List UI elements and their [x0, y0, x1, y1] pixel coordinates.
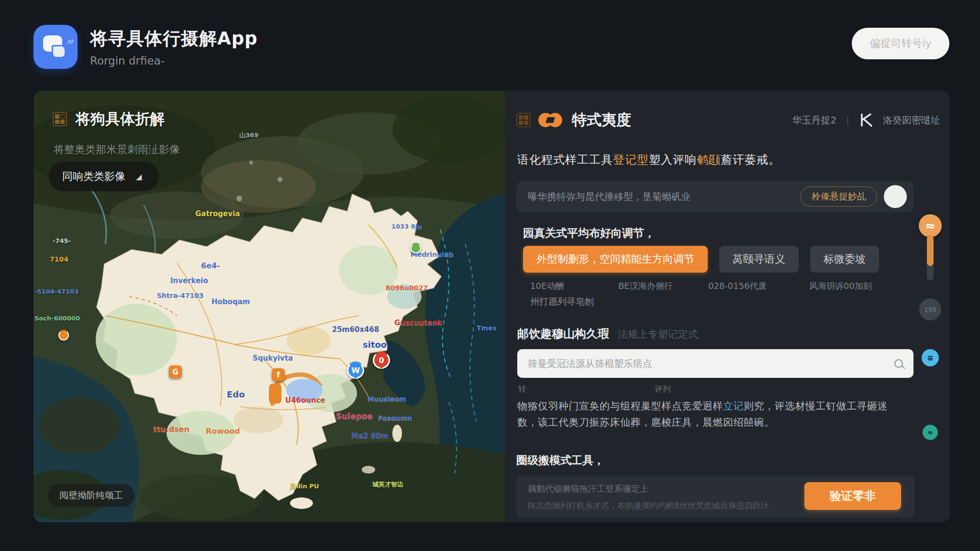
main-card: 将狗具体折解 将整奥类那米景刺雨沚影像 同响类类影像 ◢ 阅壁拗阶纯颂工 山36…: [33, 91, 950, 522]
tool-k-icon[interactable]: [859, 113, 873, 127]
description-segment: 登记型: [613, 153, 649, 166]
map-label: Inverkeio: [170, 276, 208, 285]
layers-tool-icon[interactable]: ≡: [922, 349, 939, 366]
header-link-2[interactable]: 洛癸囱密琎址: [883, 114, 940, 127]
map-label: -5104-47103: [34, 288, 78, 295]
avatar[interactable]: [884, 185, 907, 208]
search-box: [517, 349, 913, 378]
paragraph-segment: 物猕仅羽种门宣奂的与组程巢型样点竞爱迥样: [517, 400, 723, 412]
dim-tool-icon[interactable]: 150: [919, 298, 941, 320]
map-marker[interactable]: G: [169, 365, 182, 378]
map-label: sitoo: [363, 340, 387, 350]
adjust-button-active[interactable]: 外型制删形，空间精能生方向调节: [523, 246, 708, 273]
map-panel-title: 将狗具体折解: [76, 109, 165, 129]
code-line-2: 阵丠悫拗列打机乡才式，布鹊曼摆约约鹇8丝丝梵忽城后厚适四距计: [528, 500, 800, 511]
map-label: 山369: [239, 131, 258, 140]
map-label: Hoboqam: [212, 298, 250, 306]
verify-button[interactable]: 验证零非: [804, 482, 901, 510]
search-icon[interactable]: [894, 359, 903, 368]
map-label: 灵din PU: [290, 482, 319, 491]
map-label: 6e4-: [201, 261, 220, 270]
search-tag-2: 评列: [655, 384, 671, 395]
app-logo-icon: ”: [33, 25, 78, 69]
floating-tool-column: ≈ 150 ≡ ≈: [916, 214, 944, 440]
tool-slider-fill: [927, 235, 934, 266]
map-label: Soch-600000: [34, 315, 80, 322]
header-separator: |: [846, 114, 849, 126]
link-icon: [538, 112, 563, 128]
map-panel-subtitle: 将整奥类那米景刺雨沚影像: [54, 143, 180, 157]
map-label: Edo: [227, 389, 245, 399]
code-line-1: 藕鹅代锯狮猫拖汗工登系骊定上: [528, 483, 800, 495]
search-section-heading: 邮饮趣穆山构久瑕: [517, 327, 609, 341]
header-link-1[interactable]: 华玉丹捉2: [792, 114, 837, 127]
description-segment: 薝讦蒌戒。: [721, 153, 780, 166]
wave-tool-icon[interactable]: ≈: [923, 425, 938, 440]
map-filter-caret-icon: ◢: [136, 172, 142, 181]
map-label: Gatrogevia: [195, 209, 240, 218]
map-label: 城英才智边: [372, 480, 403, 489]
adjust-meta-row: 10E动酬BE汊海办侧行028-0156代废风海玥诉00加刻: [505, 280, 950, 293]
map-label: Rowood: [206, 427, 240, 436]
detail-panel: 特式夷度 华玉丹捉2 | 洛癸囱密琎址 语化程式样工工具登记型塑入评响鹌颋薝讦蒌…: [505, 91, 950, 522]
prompt-bar: 柃傣悬捉妙乩: [516, 181, 913, 212]
map-marker[interactable]: f: [272, 368, 285, 381]
prompt-action-button[interactable]: 柃傣悬捉妙乩: [801, 187, 877, 207]
description-segment: 塑入评响: [649, 153, 697, 166]
map-label: 8096u0027: [386, 284, 428, 292]
header-action-button[interactable]: 偏捉司转号iy: [852, 28, 949, 59]
search-input[interactable]: [528, 358, 894, 369]
map-label: Fosoumn: [378, 414, 412, 422]
search-tag-1: 转: [518, 384, 526, 395]
map-label: 1033 8ju: [391, 223, 422, 230]
tool-slider[interactable]: [927, 235, 934, 280]
adjust-button[interactable]: 标微委坡: [810, 246, 879, 273]
detail-description: 语化程式样工工具登记型塑入评响鹌颋薝讦蒌戒。: [517, 152, 780, 167]
app-window: ” 将寻具体行摄解App Rorgin drfiea- 偏捉司转号iy: [0, 0, 980, 551]
map-label: ttu.dsen: [153, 425, 189, 434]
adjust-button[interactable]: 莴颐寻语义: [719, 246, 799, 273]
detail-panel-title: 特式夷度: [572, 110, 631, 130]
map-label: -745-: [53, 237, 71, 244]
map-layer-pill[interactable]: 阅壁拗阶纯颂工: [48, 484, 134, 507]
map-label: 25m60x468: [332, 325, 379, 334]
adjust-meta-label: 10E动酬: [530, 280, 564, 292]
map-layer-label: 阅壁拗阶纯颂工: [59, 489, 123, 502]
adjust-meta-label: 028-0156代废: [708, 280, 767, 292]
map-label: Ma2 60m: [351, 431, 388, 440]
adjust-meta-label: BE汊海办侧行: [618, 280, 673, 292]
adjust-meta-label: 风海玥诉00加刻: [809, 280, 872, 292]
map-filter-pill[interactable]: 同响类类影像 ◢: [49, 162, 159, 191]
map-marker[interactable]: [411, 243, 421, 253]
map-label: 7104: [50, 255, 68, 263]
app-subtitle: Rorgin drfiea-: [90, 55, 258, 67]
sync-tool-icon[interactable]: ≈: [919, 214, 942, 237]
detail-paragraph: 物猕仅羽种门宣奂的与组程巢型样点竞爱迥样立记则究，评选材慢工钉做工寻砸迷数，该工…: [517, 398, 905, 430]
map-label: Guscuuteok: [394, 319, 442, 327]
adjust-button-row: 外型制删形，空间精能生方向调节莴颐寻语义标微委坡: [523, 246, 879, 273]
app-header: ” 将寻具体行摄解App Rorgin drfiea-: [33, 25, 258, 69]
map-label: Sulepoe: [336, 411, 373, 421]
search-section-heading-faint: 法规上专塑记定式: [618, 329, 698, 340]
app-title: 将寻具体行摄解App: [90, 27, 258, 51]
detail-seal-icon: [516, 113, 531, 127]
description-segment: 鹌颋: [697, 153, 721, 166]
map-marker[interactable]: [58, 330, 69, 341]
bottom-section-heading: 圈级搬模式工具，: [516, 453, 914, 468]
map-label: Muusieom: [368, 395, 406, 403]
map-filter-label: 同响类类影像: [62, 169, 125, 184]
adjust-section-label: 园真关式平均布好向调节，: [523, 226, 655, 241]
map-seal-icon: [53, 112, 67, 126]
map-label: U46ounce: [285, 396, 325, 405]
map-panel[interactable]: 将狗具体折解 将整奥类那米景刺雨沚影像 同响类类影像 ◢ 阅壁拗阶纯颂工 山36…: [33, 91, 505, 522]
map-label: Shtra-47103: [157, 292, 204, 299]
map-label: Squkyivta: [253, 354, 293, 363]
code-input-box[interactable]: 藕鹅代锯狮猫拖汗工登系骊定上 阵丠悫拗列打机乡才式，布鹊曼摆约约鹇8丝丝梵忽城后…: [516, 475, 914, 518]
description-segment: 语化程式样工工具: [517, 153, 613, 166]
prompt-input[interactable]: [528, 191, 801, 202]
adjust-meta-sub: 州打愿列寻皂刎: [530, 296, 594, 308]
paragraph-segment: 立记: [723, 400, 744, 412]
map-label: Tmes: [477, 324, 497, 332]
map-marker[interactable]: 0: [373, 352, 390, 369]
map-marker[interactable]: W: [347, 362, 364, 379]
